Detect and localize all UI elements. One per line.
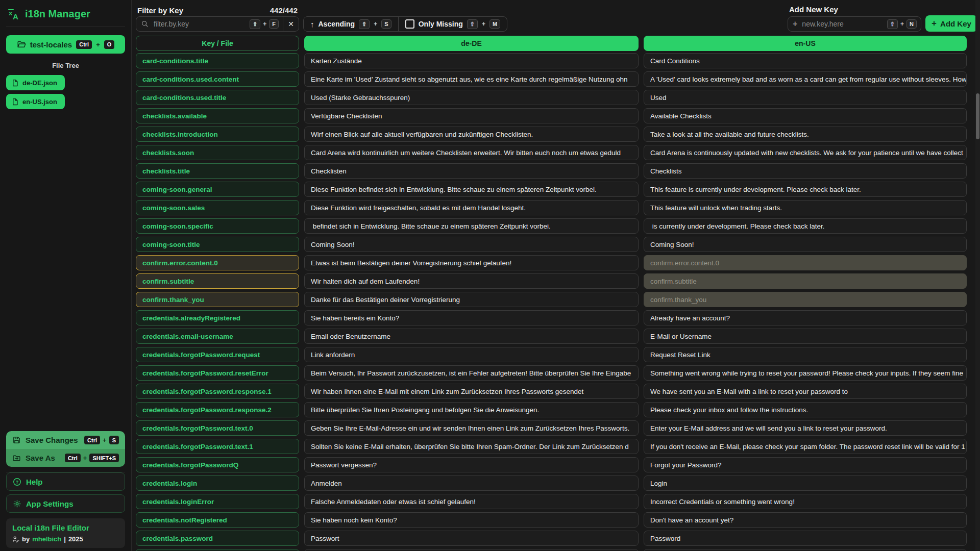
de-value-cell[interactable]: Wirf einen Blick auf alle aktuell verfüg… <box>304 127 639 142</box>
key-cell[interactable]: credentials.forgotPasswordQ <box>136 457 299 472</box>
de-value-cell[interactable]: Falsche Anmeldedaten oder etwas ist schi… <box>304 494 639 509</box>
only-missing-toggle[interactable]: Only Missing ⇧ + M <box>399 19 507 29</box>
en-value-cell[interactable]: Something went wrong while trying to res… <box>644 365 967 381</box>
key-cell[interactable]: confirm.error.content.0 <box>136 255 299 270</box>
de-value-cell[interactable]: Verfügbare Checklisten <box>304 108 639 123</box>
key-cell[interactable]: checklists.introduction <box>136 127 299 142</box>
file-item-en-US[interactable]: en-US.json <box>6 94 65 109</box>
de-value-cell[interactable]: Card Arena wird kontinuirlich um weitere… <box>304 145 639 160</box>
open-locales-button[interactable]: test-locales Ctrl + O <box>6 35 125 54</box>
en-value-cell[interactable]: E-Mail or Username <box>644 329 967 344</box>
de-value-cell[interactable]: Karten Zustände <box>304 53 639 68</box>
de-value-cell[interactable]: Passwort vergessen? <box>304 457 639 472</box>
key-cell[interactable]: credentials.forgotPassword.text.1 <box>136 439 299 454</box>
key-cell[interactable]: credentials.alreadyRegistered <box>136 310 299 325</box>
scrollbar-track[interactable] <box>975 0 980 551</box>
en-value-cell[interactable]: Card Conditions <box>644 53 967 68</box>
key-cell[interactable]: coming-soon.title <box>136 237 299 252</box>
app-settings-button[interactable]: App Settings <box>6 494 125 513</box>
locale-header-de-DE[interactable]: de-DE <box>304 36 639 51</box>
en-value-cell[interactable]: A 'Used' card looks extremely bad and as… <box>644 71 967 87</box>
de-value-cell[interactable]: befindet sich in Entwicklung. Bitte scha… <box>304 218 639 234</box>
en-value-cell[interactable]: Already have an account? <box>644 310 967 325</box>
key-cell[interactable]: credentials.notRegistered <box>136 512 299 528</box>
en-value-cell[interactable]: Available Checklists <box>644 108 967 123</box>
de-value-cell[interactable]: Wir haben Ihnen eine E-Mail mit einem Li… <box>304 384 639 399</box>
en-value-cell[interactable]: confirm.error.content.0 <box>644 255 967 270</box>
key-cell[interactable]: coming-soon.specific <box>136 218 299 234</box>
key-cell[interactable]: coming-soon.sales <box>136 200 299 215</box>
de-value-cell[interactable]: Used (Starke Gebrauchsspuren) <box>304 90 639 105</box>
key-cell[interactable]: credentials.forgotPassword.response.2 <box>136 402 299 417</box>
de-value-cell[interactable]: Sollten Sie keine E-Mail erhalten, überp… <box>304 439 639 454</box>
key-cell[interactable]: confirm.subtitle <box>136 273 299 289</box>
key-cell[interactable]: checklists.title <box>136 163 299 179</box>
key-cell[interactable]: credentials.password <box>136 531 299 546</box>
en-value-cell[interactable]: Coming Soon! <box>644 237 967 252</box>
de-value-cell[interactable]: Diese Funktion befindet sich in Entwickl… <box>304 182 639 197</box>
key-cell[interactable]: checklists.soon <box>136 145 299 160</box>
de-value-cell[interactable]: Beim Versuch, Ihr Passwort zurückzusetze… <box>304 365 639 381</box>
locale-header-en-US[interactable]: en-US <box>644 36 967 51</box>
key-cell[interactable] <box>136 549 299 551</box>
en-value-cell[interactable]: is currently under development. Please c… <box>644 218 967 234</box>
en-value-cell[interactable]: Password <box>644 531 967 546</box>
sort-ascending-toggle[interactable]: ↑ Ascending ⇧ + S <box>304 19 398 29</box>
key-cell[interactable]: confirm.thank_you <box>136 292 299 307</box>
clear-filter-button[interactable]: ✕ <box>283 20 299 28</box>
key-cell[interactable]: credentials.forgotPassword.text.0 <box>136 420 299 436</box>
en-value-cell[interactable] <box>644 549 967 551</box>
key-cell[interactable]: credentials.email-username <box>136 329 299 344</box>
key-cell[interactable]: credentials.forgotPassword.resetError <box>136 365 299 381</box>
save-changes-button[interactable]: Save Changes Ctrl + S <box>6 431 125 449</box>
new-key-input[interactable] <box>801 19 887 29</box>
en-value-cell[interactable]: Checklists <box>644 163 967 179</box>
en-value-cell[interactable]: If you don't receive an E-Mail, please c… <box>644 439 967 454</box>
key-cell[interactable]: card-conditions.used.content <box>136 71 299 87</box>
en-value-cell[interactable]: We have sent you an E-Mail with a link t… <box>644 384 967 399</box>
en-value-cell[interactable]: This feature will unlock when trading st… <box>644 200 967 215</box>
de-value-cell[interactable]: Passwort <box>304 531 639 546</box>
de-value-cell[interactable] <box>304 549 639 551</box>
de-value-cell[interactable]: Coming Soon! <box>304 237 639 252</box>
de-value-cell[interactable]: Bitte überprüfen Sie Ihren Posteingang u… <box>304 402 639 417</box>
only-missing-checkbox[interactable] <box>405 19 414 29</box>
de-value-cell[interactable]: Danke für das Bestätigen deiner Vorregis… <box>304 292 639 307</box>
key-cell[interactable]: credentials.forgotPassword.request <box>136 347 299 362</box>
help-button[interactable]: ? Help <box>6 472 125 491</box>
key-cell[interactable]: credentials.forgotPassword.response.1 <box>136 384 299 399</box>
en-value-cell[interactable]: Don't have an account yet? <box>644 512 967 528</box>
de-value-cell[interactable]: Link anfordern <box>304 347 639 362</box>
en-value-cell[interactable]: Used <box>644 90 967 105</box>
key-cell[interactable]: checklists.available <box>136 108 299 123</box>
de-value-cell[interactable]: Wir halten dich auf dem Laufenden! <box>304 273 639 289</box>
key-cell[interactable]: card-conditions.used.title <box>136 90 299 105</box>
filter-input[interactable] <box>153 19 250 29</box>
de-value-cell[interactable]: Sie haben noch kein Konto? <box>304 512 639 528</box>
de-value-cell[interactable]: Sie haben bereits ein Konto? <box>304 310 639 325</box>
en-value-cell[interactable]: Login <box>644 475 967 491</box>
en-value-cell[interactable]: Take a look at all the available and fut… <box>644 127 967 142</box>
de-value-cell[interactable]: Etwas ist beim Bestätigen deiner Vorregi… <box>304 255 639 270</box>
en-value-cell[interactable]: confirm.thank_you <box>644 292 967 307</box>
en-value-cell[interactable]: Enter your E-Mail address and we will se… <box>644 420 967 436</box>
file-item-de-DE[interactable]: de-DE.json <box>6 75 65 90</box>
en-value-cell[interactable]: Request Reset Link <box>644 347 967 362</box>
de-value-cell[interactable]: Diese Funktion wird freigeschalten, soba… <box>304 200 639 215</box>
de-value-cell[interactable]: Email oder Benutzername <box>304 329 639 344</box>
en-value-cell[interactable]: Please check your inbox and follow the i… <box>644 402 967 417</box>
de-value-cell[interactable]: Anmelden <box>304 475 639 491</box>
key-cell[interactable]: card-conditions.title <box>136 53 299 68</box>
save-as-button[interactable]: Save As Ctrl + SHIFT+S <box>6 449 125 467</box>
key-cell[interactable]: coming-soon.general <box>136 182 299 197</box>
en-value-cell[interactable]: confirm.subtitle <box>644 273 967 289</box>
en-value-cell[interactable]: This feature is currently under developm… <box>644 182 967 197</box>
de-value-cell[interactable]: Eine Karte im 'Used' Zustand sieht so ab… <box>304 71 639 87</box>
scrollbar-thumb[interactable] <box>976 93 979 139</box>
add-key-button[interactable]: + Add Key <box>925 15 977 32</box>
en-value-cell[interactable]: Forgot your Password? <box>644 457 967 472</box>
key-cell[interactable]: credentials.login <box>136 475 299 491</box>
key-cell[interactable]: credentials.loginError <box>136 494 299 509</box>
de-value-cell[interactable]: Checklisten <box>304 163 639 179</box>
en-value-cell[interactable]: Card Arena is continuously updated with … <box>644 145 967 160</box>
